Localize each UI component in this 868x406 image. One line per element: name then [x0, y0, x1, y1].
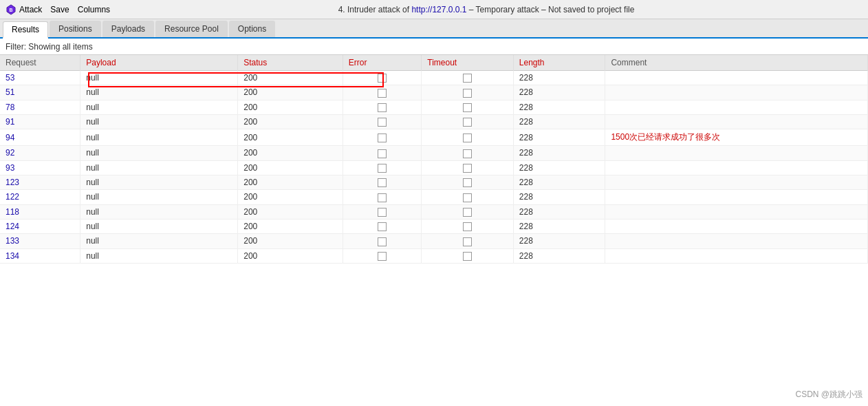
- tab-results[interactable]: Results: [3, 21, 48, 39]
- cell-timeout: [422, 71, 514, 85]
- cell-length: 228: [513, 160, 605, 175]
- cell-status: 200: [238, 234, 343, 248]
- cell-comment: [605, 175, 868, 189]
- attack-desc: – Temporary attack – Not saved to projec…: [466, 5, 634, 14]
- error-checkbox: [378, 193, 387, 202]
- cell-request: 78: [0, 100, 80, 114]
- table-row[interactable]: 124null200228: [0, 219, 868, 233]
- table-row[interactable]: 134null200228: [0, 248, 868, 263]
- error-checkbox: [378, 222, 387, 231]
- title-bar: B Attack Save Columns 4. Intruder attack…: [0, 0, 868, 19]
- cell-status: 200: [238, 114, 343, 129]
- table-row[interactable]: 118null200228: [0, 204, 868, 219]
- cell-length: 228: [513, 190, 605, 204]
- cell-status: 200: [238, 204, 343, 219]
- col-comment: Comment: [605, 55, 868, 71]
- cell-comment: [605, 146, 868, 160]
- timeout-checkbox: [463, 178, 472, 187]
- table-header-row: Request Payload Status Error Timeout Len…: [0, 55, 868, 71]
- error-checkbox: [378, 149, 387, 158]
- cell-length: 228: [513, 248, 605, 263]
- cell-request: 51: [0, 85, 80, 100]
- cell-timeout: [422, 219, 514, 233]
- cell-comment: [605, 234, 868, 248]
- cell-length: 228: [513, 234, 605, 248]
- cell-length: 228: [513, 100, 605, 114]
- cell-request: 118: [0, 204, 80, 219]
- table-row[interactable]: 122null200228: [0, 190, 868, 204]
- cell-error: [343, 219, 421, 233]
- cell-timeout: [422, 100, 514, 114]
- cell-status: 200: [238, 175, 343, 189]
- main-content: Request Payload Status Error Timeout Len…: [0, 55, 868, 406]
- table-row[interactable]: 51null200228: [0, 85, 868, 100]
- table-row[interactable]: 53null200228: [0, 71, 868, 85]
- cell-timeout: [422, 190, 514, 204]
- col-error: Error: [343, 55, 421, 71]
- cell-payload: null: [80, 248, 238, 263]
- tab-positions[interactable]: Positions: [50, 21, 101, 37]
- cell-request: 93: [0, 160, 80, 175]
- table-row[interactable]: 123null200228: [0, 175, 868, 189]
- cell-status: 200: [238, 190, 343, 204]
- cell-request: 91: [0, 114, 80, 129]
- cell-request: 53: [0, 71, 80, 85]
- cell-request: 134: [0, 248, 80, 263]
- cell-request: 133: [0, 234, 80, 248]
- cell-length: 228: [513, 204, 605, 219]
- cell-timeout: [422, 160, 514, 175]
- error-checkbox: [378, 237, 387, 246]
- cell-comment: [605, 71, 868, 85]
- error-checkbox: [378, 164, 387, 173]
- error-checkbox: [378, 252, 387, 261]
- cell-payload: null: [80, 190, 238, 204]
- cell-length: 228: [513, 129, 605, 146]
- table-row[interactable]: 94null2002281500次已经请求成功了很多次: [0, 129, 868, 146]
- cell-length: 228: [513, 146, 605, 160]
- table-row[interactable]: 92null200228: [0, 146, 868, 160]
- cell-request: 92: [0, 146, 80, 160]
- attack-url: http://127.0.0.1: [411, 5, 466, 14]
- menu-columns[interactable]: Columns: [78, 5, 110, 14]
- cell-request: 124: [0, 219, 80, 233]
- cell-status: 200: [238, 71, 343, 85]
- cell-timeout: [422, 85, 514, 100]
- cell-payload: null: [80, 204, 238, 219]
- table-wrapper: Request Payload Status Error Timeout Len…: [0, 55, 868, 264]
- tab-resource-pool[interactable]: Resource Pool: [155, 21, 228, 37]
- col-timeout: Timeout: [422, 55, 514, 71]
- cell-length: 228: [513, 71, 605, 85]
- cell-request: 122: [0, 190, 80, 204]
- cell-request: 94: [0, 129, 80, 146]
- cell-error: [343, 100, 421, 114]
- col-status: Status: [238, 55, 343, 71]
- menu-attack[interactable]: Attack: [19, 5, 42, 14]
- cell-payload: null: [80, 129, 238, 146]
- table-row[interactable]: 78null200228: [0, 100, 868, 114]
- cell-timeout: [422, 248, 514, 263]
- menu-bar: Attack Save Columns: [19, 5, 110, 14]
- timeout-checkbox: [463, 252, 472, 261]
- cell-status: 200: [238, 146, 343, 160]
- col-payload: Payload: [80, 55, 238, 71]
- table-row[interactable]: 93null200228: [0, 160, 868, 175]
- cell-comment: [605, 160, 868, 175]
- error-checkbox: [378, 89, 387, 98]
- tab-options[interactable]: Options: [229, 21, 275, 37]
- col-length: Length: [513, 55, 605, 71]
- menu-save[interactable]: Save: [50, 5, 69, 14]
- col-request: Request: [0, 55, 80, 71]
- timeout-checkbox: [463, 133, 472, 142]
- cell-status: 200: [238, 100, 343, 114]
- cell-error: [343, 190, 421, 204]
- cell-status: 200: [238, 160, 343, 175]
- error-checkbox: [378, 208, 387, 217]
- cell-payload: null: [80, 234, 238, 248]
- filter-bar[interactable]: Filter: Showing all items: [0, 39, 868, 55]
- table-row[interactable]: 91null200228: [0, 114, 868, 129]
- cell-comment: [605, 190, 868, 204]
- cell-payload: null: [80, 85, 238, 100]
- tab-bar: Results Positions Payloads Resource Pool…: [0, 19, 868, 39]
- table-row[interactable]: 133null200228: [0, 234, 868, 248]
- tab-payloads[interactable]: Payloads: [102, 21, 154, 37]
